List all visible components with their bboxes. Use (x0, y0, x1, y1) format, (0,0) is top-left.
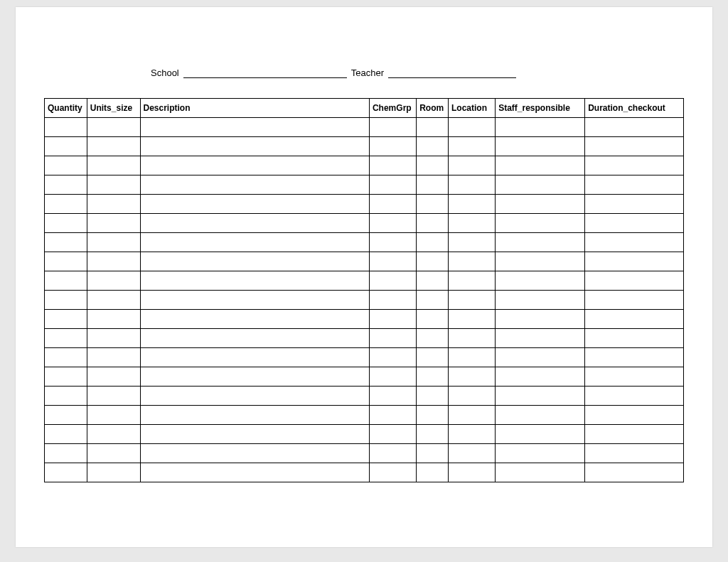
table-cell (87, 175, 140, 195)
col-header-room: Room (417, 99, 449, 118)
col-header-description: Description (140, 99, 369, 118)
table-cell (45, 118, 87, 137)
col-header-units-size: Units_size (87, 99, 140, 118)
table-row (45, 387, 684, 406)
table-cell (87, 387, 140, 406)
table-cell (585, 387, 684, 406)
table-cell (87, 195, 140, 214)
table-cell (448, 175, 495, 195)
table-cell (369, 271, 416, 291)
table-cell (369, 118, 416, 137)
table-cell (417, 214, 449, 233)
table-cell (585, 156, 684, 175)
table-cell (448, 233, 495, 252)
table-cell (45, 156, 87, 175)
table-cell (448, 195, 495, 214)
table-cell (585, 425, 684, 444)
table-cell (140, 444, 369, 463)
table-cell (45, 271, 87, 291)
table-row (45, 329, 684, 348)
table-cell (369, 137, 416, 156)
inventory-table: Quantity Units_size Description ChemGrp … (44, 98, 684, 482)
col-header-chemgrp: ChemGrp (369, 99, 416, 118)
table-row (45, 137, 684, 156)
table-cell (87, 348, 140, 367)
table-cell (585, 175, 684, 195)
table-cell (496, 387, 585, 406)
table-cell (140, 233, 369, 252)
table-cell (417, 463, 449, 482)
table-cell (45, 387, 87, 406)
table-cell (87, 156, 140, 175)
table-cell (417, 444, 449, 463)
table-cell (448, 406, 495, 425)
table-cell (140, 137, 369, 156)
table-cell (87, 310, 140, 329)
table-cell (369, 233, 416, 252)
table-cell (45, 214, 87, 233)
table-row (45, 425, 684, 444)
table-cell (417, 233, 449, 252)
table-row (45, 367, 684, 387)
table-row (45, 406, 684, 425)
table-cell (140, 367, 369, 387)
table-cell (140, 214, 369, 233)
table-cell (140, 271, 369, 291)
table-cell (45, 233, 87, 252)
table-cell (448, 118, 495, 137)
form-header: School Teacher (151, 67, 684, 78)
table-cell (369, 156, 416, 175)
table-cell (87, 406, 140, 425)
table-cell (369, 310, 416, 329)
table-cell (417, 291, 449, 310)
teacher-blank-line (388, 68, 516, 78)
table-cell (448, 329, 495, 348)
table-row (45, 444, 684, 463)
table-cell (585, 329, 684, 348)
table-cell (417, 425, 449, 444)
table-cell (45, 348, 87, 367)
table-cell (369, 406, 416, 425)
table-cell (448, 252, 495, 271)
table-cell (140, 387, 369, 406)
table-cell (585, 310, 684, 329)
table-cell (369, 175, 416, 195)
table-cell (417, 252, 449, 271)
table-cell (140, 291, 369, 310)
table-row (45, 214, 684, 233)
table-cell (369, 291, 416, 310)
table-cell (140, 406, 369, 425)
table-cell (140, 175, 369, 195)
table-cell (585, 463, 684, 482)
table-cell (140, 195, 369, 214)
table-cell (45, 425, 87, 444)
table-cell (87, 463, 140, 482)
teacher-label: Teacher (351, 67, 384, 78)
table-cell (496, 444, 585, 463)
table-cell (87, 291, 140, 310)
table-cell (496, 175, 585, 195)
table-cell (585, 214, 684, 233)
table-cell (585, 367, 684, 387)
table-cell (45, 310, 87, 329)
table-cell (585, 444, 684, 463)
table-cell (45, 463, 87, 482)
table-cell (585, 348, 684, 367)
table-row (45, 348, 684, 367)
table-row (45, 118, 684, 137)
table-cell (87, 214, 140, 233)
table-cell (496, 406, 585, 425)
table-cell (585, 252, 684, 271)
table-cell (369, 463, 416, 482)
school-label: School (151, 67, 179, 78)
table-cell (448, 214, 495, 233)
table-cell (496, 329, 585, 348)
table-cell (369, 214, 416, 233)
table-cell (448, 271, 495, 291)
table-cell (417, 310, 449, 329)
col-header-duration-checkout: Duration_checkout (585, 99, 684, 118)
table-cell (448, 156, 495, 175)
table-row (45, 463, 684, 482)
table-cell (448, 444, 495, 463)
table-header-row: Quantity Units_size Description ChemGrp … (45, 99, 684, 118)
